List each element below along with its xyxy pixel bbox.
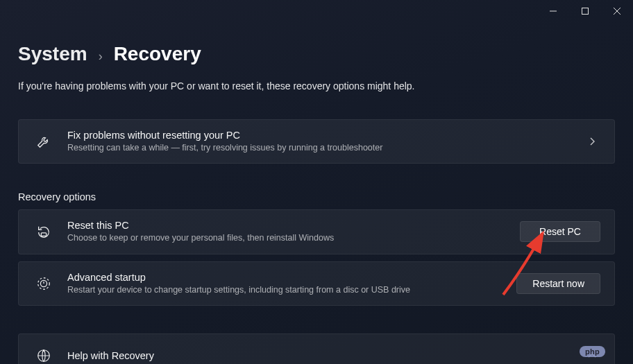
- reset-pc-description: Choose to keep or remove your personal f…: [67, 232, 520, 243]
- php-badge: php: [580, 346, 605, 357]
- page-subtitle: If you're having problems with your PC o…: [18, 80, 615, 92]
- wrench-icon: [28, 134, 59, 149]
- minimize-button[interactable]: [537, 0, 569, 22]
- page-content: System › Recovery If you're having probl…: [0, 22, 633, 364]
- breadcrumb-current: Recovery: [114, 43, 201, 65]
- restart-now-button[interactable]: Restart now: [516, 273, 600, 294]
- globe-icon: [28, 348, 59, 363]
- fix-problems-title: Fix problems without resetting your PC: [67, 130, 584, 141]
- reset-icon: [28, 224, 59, 239]
- maximize-button[interactable]: [569, 0, 601, 22]
- maximize-icon: [582, 8, 589, 15]
- close-button[interactable]: [601, 0, 633, 22]
- breadcrumb: System › Recovery: [18, 43, 615, 65]
- power-icon: [28, 276, 59, 291]
- recovery-options-header: Recovery options: [18, 191, 615, 202]
- advanced-startup-description: Restart your device to change startup se…: [67, 284, 516, 295]
- close-icon: [614, 8, 621, 15]
- chevron-right-icon: ›: [99, 49, 103, 64]
- svg-rect-0: [582, 8, 589, 15]
- advanced-startup-title: Advanced startup: [67, 272, 516, 283]
- chevron-right-icon: [584, 133, 600, 150]
- reset-pc-card: Reset this PC Choose to keep or remove y…: [18, 209, 615, 254]
- reset-pc-button[interactable]: Reset PC: [520, 221, 600, 242]
- fix-problems-card[interactable]: Fix problems without resetting your PC R…: [18, 119, 615, 164]
- fix-problems-description: Resetting can take a while — first, try …: [67, 142, 584, 153]
- svg-rect-1: [41, 233, 46, 236]
- window-titlebar: [0, 0, 633, 22]
- advanced-startup-card: Advanced startup Restart your device to …: [18, 261, 615, 306]
- help-recovery-title: Help with Recovery: [67, 350, 584, 361]
- help-recovery-card[interactable]: Help with Recovery: [18, 333, 615, 364]
- reset-pc-title: Reset this PC: [67, 220, 520, 231]
- breadcrumb-parent[interactable]: System: [18, 43, 87, 65]
- minimize-icon: [550, 8, 557, 15]
